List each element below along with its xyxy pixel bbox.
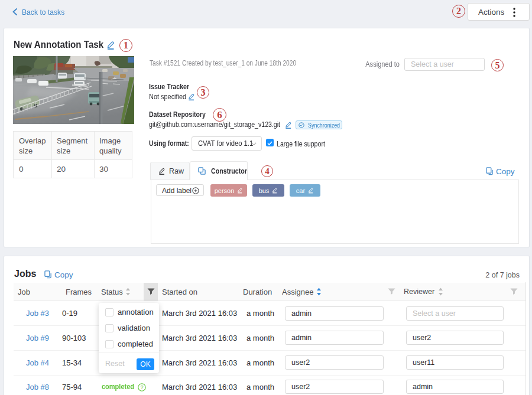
svg-text:?: ?: [141, 384, 144, 390]
